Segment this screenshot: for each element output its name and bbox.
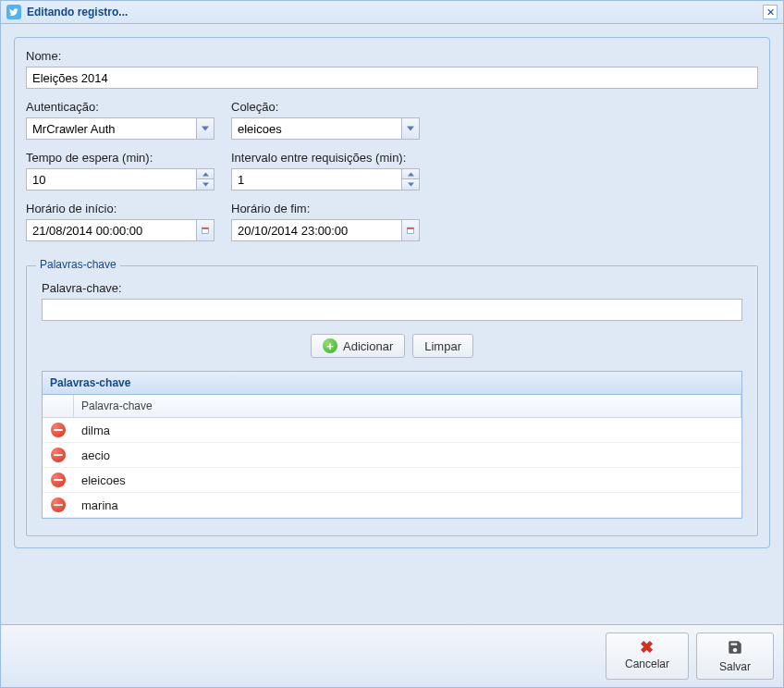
keyword-cell: aecio [74,444,117,467]
footer-toolbar: ✖ Cancelar Salvar [1,624,783,687]
svg-rect-3 [408,227,414,229]
end-date-trigger[interactable] [401,219,420,241]
close-button[interactable]: ✕ [763,5,778,19]
end-input[interactable] [231,219,401,241]
edit-record-window: Editando registro... ✕ Nome: Autenticaçã… [0,0,784,688]
collection-combo[interactable] [231,117,420,140]
cancel-label: Cancelar [625,657,669,670]
keyword-cell: marina [74,494,126,517]
interval-label: Intervalo entre requisições (min): [231,151,429,165]
remove-keyword-icon[interactable] [51,498,66,512]
name-input[interactable] [26,67,758,89]
wait-input[interactable] [26,168,196,190]
add-keyword-label: Adicionar [343,339,393,353]
add-keyword-button[interactable]: Adicionar [311,334,405,358]
wait-up[interactable] [196,168,214,179]
collection-trigger[interactable] [401,117,420,140]
start-datefield[interactable] [26,219,214,241]
keywords-grid-col-label: Palavra-chave [74,395,741,417]
auth-label: Autenticação: [26,100,214,114]
keyword-cell: dilma [74,419,117,442]
clear-keyword-button[interactable]: Limpar [412,334,473,358]
keyword-row[interactable]: marina [43,493,741,518]
keywords-grid: Palavras-chave Palavra-chave dilmaaecioe… [42,371,742,519]
interval-down[interactable] [401,179,420,190]
window-body: Nome: Autenticação: Coleção: [1,24,783,624]
auth-trigger[interactable] [196,117,214,140]
keywords-legend: Palavras-chave [36,258,120,271]
start-date-trigger[interactable] [196,219,214,241]
keyword-row[interactable]: eleicoes [43,468,741,493]
remove-keyword-icon[interactable] [51,448,66,462]
keywords-grid-title: Palavras-chave [43,372,741,395]
plus-icon [323,338,337,353]
interval-input[interactable] [231,168,401,190]
save-icon [727,639,743,658]
remove-keyword-icon[interactable] [51,423,66,437]
name-label: Nome: [26,49,758,63]
wait-spinner[interactable] [26,168,214,190]
save-button[interactable]: Salvar [696,633,774,680]
interval-spinner[interactable] [231,168,429,190]
remove-keyword-icon[interactable] [51,473,66,487]
start-label: Horário de início: [26,202,214,215]
cancel-icon: ✖ [640,639,654,656]
wait-down[interactable] [196,179,214,190]
end-label: Horário de fim: [231,202,420,215]
save-label: Salvar [719,660,751,673]
keywords-grid-body: dilmaaecioeleicoesmarina [43,418,741,518]
keyword-row[interactable]: aecio [43,443,741,468]
collection-label: Coleção: [231,100,420,114]
keyword-input[interactable] [42,299,742,321]
twitter-icon [6,5,21,19]
keywords-fieldset: Palavras-chave Palavra-chave: Adicionar … [26,265,758,536]
wait-label: Tempo de espera (min): [26,151,214,165]
end-datefield[interactable] [231,219,420,241]
keywords-grid-header: Palavra-chave [43,395,741,418]
start-input[interactable] [26,219,196,241]
keyword-row[interactable]: dilma [43,418,741,443]
auth-combo[interactable] [26,117,214,140]
window-title: Editando registro... [27,6,128,18]
cancel-button[interactable]: ✖ Cancelar [606,633,689,680]
auth-input[interactable] [26,117,196,140]
keyword-input-label: Palavra-chave: [42,281,742,295]
keyword-cell: eleicoes [74,469,133,492]
svg-rect-1 [202,227,209,229]
titlebar: Editando registro... ✕ [1,1,783,24]
form-panel: Nome: Autenticação: Coleção: [14,37,770,548]
collection-input[interactable] [231,117,401,140]
interval-up[interactable] [401,168,420,179]
clear-keyword-label: Limpar [424,339,461,353]
